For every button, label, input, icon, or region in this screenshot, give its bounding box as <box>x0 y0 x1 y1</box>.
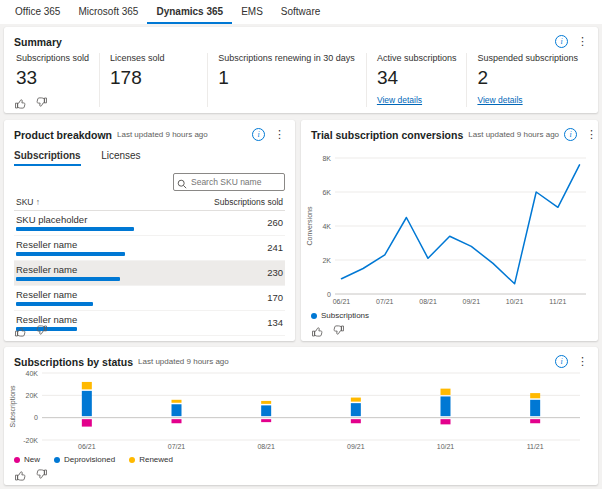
more-options-icon[interactable]: ⋮ <box>577 36 588 47</box>
metric-label: Subscriptions renewing in 30 days <box>218 53 356 63</box>
column-header-subscriptions-sold[interactable]: Subscriptions sold <box>214 197 283 207</box>
tab-licenses[interactable]: Licenses <box>101 150 140 166</box>
metric-licenses-sold: Licenses sold 178 <box>100 53 208 107</box>
info-icon[interactable]: i <box>252 128 265 141</box>
sort-ascending-icon: ↑ <box>36 197 40 207</box>
metric-value: 33 <box>16 67 89 89</box>
svg-text:06/21: 06/21 <box>333 298 351 305</box>
more-options-icon[interactable]: ⋮ <box>577 356 588 367</box>
trial-conversions-header: Trial subscription conversions Last upda… <box>311 128 588 141</box>
tab-microsoft-365[interactable]: Microsoft 365 <box>69 0 147 24</box>
table-row[interactable]: Reseller name 230 <box>14 261 285 286</box>
tab-subscriptions[interactable]: Subscriptions <box>14 150 81 166</box>
sku-value-bar <box>16 302 93 306</box>
search-icon <box>177 175 187 193</box>
summary-header: Summary i ⋮ <box>14 35 588 48</box>
svg-text:0: 0 <box>34 414 38 421</box>
svg-text:4K: 4K <box>322 223 331 230</box>
svg-text:10/21: 10/21 <box>437 443 455 450</box>
chart-legend: New Deprovisioned Renewed <box>14 455 173 464</box>
thumbs-up-icon[interactable] <box>311 325 323 337</box>
table-row[interactable]: Reseller name 241 <box>14 236 285 261</box>
legend-dot <box>311 313 317 319</box>
legend-item-renewed: Renewed <box>129 455 173 464</box>
sku-value-bar <box>16 277 120 281</box>
more-options-icon[interactable]: ⋮ <box>586 129 597 140</box>
sku-name: Reseller name <box>16 264 77 275</box>
product-breakdown-tabs: Subscriptions Licenses <box>14 145 285 166</box>
tab-office-365[interactable]: Office 365 <box>6 0 69 24</box>
svg-text:-20K: -20K <box>23 437 38 444</box>
svg-text:09/21: 09/21 <box>463 298 481 305</box>
metric-value: 2 <box>477 67 578 89</box>
sku-value: 241 <box>267 242 283 253</box>
tab-software[interactable]: Software <box>272 0 329 24</box>
trial-conversions-title: Trial subscription conversions <box>311 129 463 141</box>
metric-value: 34 <box>377 67 457 89</box>
info-icon[interactable]: i <box>564 128 577 141</box>
column-header-sku[interactable]: SKU ↑ <box>16 197 40 207</box>
svg-text:0: 0 <box>327 291 331 298</box>
sku-value: 134 <box>267 317 283 328</box>
metric-value: 178 <box>110 67 197 89</box>
chart-legend: Subscriptions <box>311 311 369 320</box>
svg-text:09/21: 09/21 <box>347 443 365 450</box>
summary-card: Summary i ⋮ Subscriptions sold 33 Licens… <box>4 27 598 113</box>
view-details-link[interactable]: View details <box>377 95 422 105</box>
sku-table: SKU placeholder 260 Reseller name 241 Re… <box>14 211 285 336</box>
legend-dot <box>14 457 20 463</box>
subscriptions-by-status-title: Subscriptions by status <box>14 356 133 368</box>
tab-dynamics-365[interactable]: Dynamics 365 <box>147 0 232 24</box>
feedback-controls <box>14 325 48 337</box>
product-breakdown-card: Product breakdown Last updated 9 hours a… <box>4 120 295 341</box>
feedback-controls <box>311 325 345 337</box>
feedback-controls <box>14 97 48 109</box>
feedback-controls <box>14 469 48 481</box>
svg-text:Conversions: Conversions <box>306 206 313 245</box>
thumbs-down-icon[interactable] <box>36 97 48 109</box>
table-row[interactable]: SKU placeholder 260 <box>14 211 285 236</box>
thumbs-down-icon[interactable] <box>36 325 48 337</box>
metric-active-subscriptions: Active subscriptions 34 View details <box>367 53 468 107</box>
sku-name: SKU placeholder <box>16 214 87 225</box>
thumbs-down-icon[interactable] <box>333 325 345 337</box>
workspace-tabs: Office 365 Microsoft 365 Dynamics 365 EM… <box>0 0 602 24</box>
svg-text:10/21: 10/21 <box>506 298 524 305</box>
sku-table-header: SKU ↑ Subscriptions sold <box>14 197 285 211</box>
svg-text:6K: 6K <box>322 189 331 196</box>
product-breakdown-header: Product breakdown Last updated 9 hours a… <box>14 128 285 141</box>
thumbs-up-icon[interactable] <box>14 325 26 337</box>
metric-label: Suspended subscriptions <box>477 53 578 63</box>
metric-value: 1 <box>218 67 356 89</box>
subscriptions-by-status-header: Subscriptions by status Last updated 9 h… <box>14 355 588 368</box>
svg-text:07/21: 07/21 <box>168 443 186 450</box>
more-options-icon[interactable]: ⋮ <box>274 129 285 140</box>
trial-conversions-card: Trial subscription conversions Last upda… <box>301 120 598 341</box>
info-icon[interactable]: i <box>555 35 568 48</box>
trial-conversions-line-chart: 02K4K6K8KConversions06/2107/2108/2109/21… <box>305 150 592 308</box>
table-row[interactable]: Reseller name 134 <box>14 311 285 336</box>
thumbs-down-icon[interactable] <box>36 469 48 481</box>
metric-label: Active subscriptions <box>377 53 457 63</box>
svg-text:40K: 40K <box>26 370 39 377</box>
sku-name: Reseller name <box>16 314 77 325</box>
summary-metrics: Subscriptions sold 33 Licenses sold 178 … <box>14 53 588 107</box>
summary-title: Summary <box>14 36 62 48</box>
table-row[interactable]: Reseller name 170 <box>14 286 285 311</box>
sku-value: 170 <box>267 292 283 303</box>
thumbs-up-icon[interactable] <box>14 469 26 481</box>
svg-text:07/21: 07/21 <box>376 298 394 305</box>
tab-ems[interactable]: EMS <box>232 0 272 24</box>
info-icon[interactable]: i <box>555 355 568 368</box>
sku-name: Reseller name <box>16 239 77 250</box>
partner-center-dashboard: Office 365 Microsoft 365 Dynamics 365 EM… <box>0 0 602 489</box>
svg-text:08/21: 08/21 <box>257 443 275 450</box>
view-details-link[interactable]: View details <box>477 95 522 105</box>
svg-text:06/21: 06/21 <box>78 443 96 450</box>
thumbs-up-icon[interactable] <box>14 97 26 109</box>
legend-item-subscriptions: Subscriptions <box>311 311 369 320</box>
legend-dot <box>129 457 135 463</box>
search-input[interactable] <box>173 173 285 191</box>
legend-item-new: New <box>14 455 40 464</box>
sku-value-bar <box>16 252 125 256</box>
